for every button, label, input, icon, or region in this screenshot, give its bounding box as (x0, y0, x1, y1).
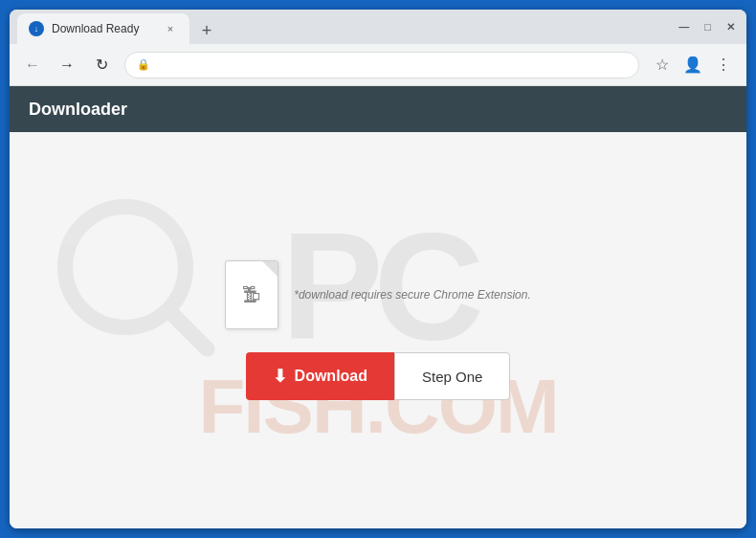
tab-close-button[interactable]: × (163, 21, 178, 36)
svg-line-1 (173, 315, 208, 349)
page-content: PC FISH.COM 🗜 *download requires secure … (10, 132, 746, 528)
tab-favicon: ↓ (29, 21, 44, 36)
toolbar-right: ☆ 👤 ⋮ (651, 56, 735, 74)
buttons-row: ⬇ Download Step One (246, 352, 511, 400)
download-button-label: Download (295, 368, 367, 385)
download-arrow-icon: ⬇ (273, 366, 287, 387)
step-one-button[interactable]: Step One (394, 352, 510, 400)
active-tab[interactable]: ↓ Download Ready × (17, 13, 189, 44)
refresh-button[interactable]: ↻ (90, 56, 113, 74)
zip-icon: 🗜 (242, 284, 261, 306)
magnifier-watermark (48, 190, 220, 362)
window-buttons: — □ ✕ (678, 21, 739, 34)
maximize-button[interactable]: □ (704, 21, 711, 34)
close-button[interactable]: ✕ (726, 21, 735, 34)
new-tab-button[interactable]: + (193, 17, 220, 44)
file-icon-area: 🗜 *download requires secure Chrome Exten… (225, 260, 530, 329)
url-bar[interactable]: 🔒 (124, 52, 639, 78)
file-note: *download requires secure Chrome Extensi… (294, 288, 530, 302)
browser-window: ↓ Download Ready × + — □ ✕ ← → ↻ 🔒 ☆ 👤 ⋮… (10, 10, 746, 528)
tab-title: Download Ready (52, 22, 139, 35)
back-button[interactable]: ← (21, 56, 44, 74)
title-bar: ↓ Download Ready × + — □ ✕ (10, 10, 746, 44)
forward-button[interactable]: → (56, 56, 78, 74)
page-title: Downloader (29, 100, 127, 120)
minimize-button[interactable]: — (678, 21, 689, 34)
menu-icon[interactable]: ⋮ (712, 56, 735, 74)
download-button[interactable]: ⬇ Download (246, 352, 394, 400)
file-icon: 🗜 (225, 260, 278, 329)
step-one-label: Step One (422, 369, 482, 385)
page-header: Downloader (10, 86, 746, 132)
tab-bar: ↓ Download Ready × + (17, 10, 678, 44)
account-icon[interactable]: 👤 (681, 56, 704, 74)
address-bar: ← → ↻ 🔒 ☆ 👤 ⋮ (10, 44, 746, 86)
lock-icon: 🔒 (137, 58, 150, 71)
bookmark-icon[interactable]: ☆ (651, 56, 674, 74)
center-content: 🗜 *download requires secure Chrome Exten… (225, 260, 530, 400)
